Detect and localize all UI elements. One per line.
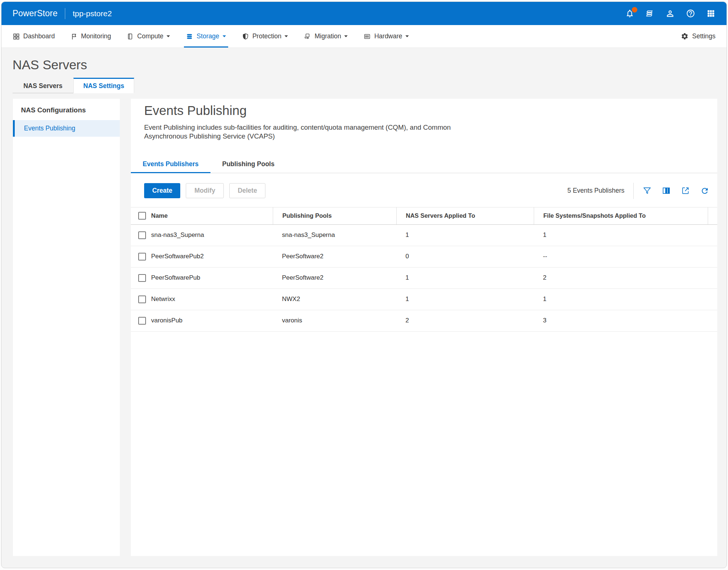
publishers-count: 5 Events Publishers [567, 187, 624, 195]
nav-item-compute[interactable]: Compute [126, 25, 170, 48]
user-button[interactable] [665, 9, 675, 18]
delete-button[interactable]: Delete [229, 183, 266, 198]
cell-file-systems: 1 [534, 231, 708, 239]
layers-icon [645, 9, 655, 18]
help-icon [686, 9, 695, 18]
events-publishing-panel: Events Publishing Event Publishing inclu… [131, 99, 717, 556]
jobs-button[interactable] [645, 9, 655, 18]
cell-nas-servers: 0 [396, 253, 534, 260]
cell-file-systems: 3 [534, 317, 708, 324]
nav-label: Monitoring [81, 32, 111, 40]
columns-button[interactable] [662, 186, 671, 195]
nav-item-hardware[interactable]: Hardware [363, 25, 409, 48]
refresh-button[interactable] [700, 186, 709, 195]
cell-nas-servers: 1 [396, 231, 534, 239]
table-row[interactable]: PeerSoftwarePub2 PeerSoftware2 0 -- [131, 246, 717, 267]
shield-icon [242, 33, 249, 40]
chevron-down-icon [284, 35, 288, 38]
filter-icon [642, 186, 652, 195]
cell-name: varonisPub [151, 317, 182, 324]
nav-item-dashboard[interactable]: Dashboard [13, 25, 55, 48]
nas-configurations-sidebar: NAS Configurations Events Publishing [13, 99, 120, 556]
help-button[interactable] [686, 9, 695, 18]
create-button[interactable]: Create [144, 183, 180, 198]
titlebar-divider [65, 8, 65, 19]
column-header-spacer [708, 207, 717, 224]
nav-label: Dashboard [23, 32, 55, 40]
nav-label: Migration [314, 32, 341, 40]
row-checkbox[interactable] [138, 317, 146, 325]
column-header-file-systems[interactable]: File Systems/Snapshots Applied To [534, 207, 708, 224]
brand-name: PowerStore [13, 8, 58, 18]
dashboard-icon [13, 33, 20, 40]
columns-icon [662, 186, 671, 195]
select-all-checkbox[interactable] [138, 212, 146, 220]
cell-publishing-pool: PeerSoftware2 [273, 253, 396, 260]
migration-icon [304, 33, 311, 40]
row-checkbox[interactable] [138, 296, 146, 303]
row-checkbox[interactable] [138, 274, 146, 282]
apps-grid-icon [706, 9, 715, 18]
column-header-name[interactable]: Name [151, 212, 168, 219]
page-title: NAS Servers [13, 57, 715, 72]
toolbar-divider [633, 183, 634, 199]
refresh-icon [700, 186, 709, 195]
nav-item-storage[interactable]: Storage [186, 25, 226, 48]
cell-name: PeerSoftwarePub [151, 274, 200, 281]
tab-publishing-pools[interactable]: Publishing Pools [210, 160, 286, 173]
sidebar-header: NAS Configurations [13, 99, 120, 120]
row-checkbox[interactable] [138, 253, 146, 260]
nav-item-monitoring[interactable]: Monitoring [70, 25, 111, 48]
toolbar: Create Modify Delete 5 Events Publishers [144, 183, 709, 199]
flag-icon [70, 33, 78, 40]
table-row[interactable]: varonisPub varonis 2 3 [131, 310, 717, 332]
filter-button[interactable] [642, 186, 652, 195]
chevron-down-icon [344, 35, 348, 38]
chevron-down-icon [405, 35, 409, 38]
nav-item-migration[interactable]: Migration [304, 25, 348, 48]
section-heading: Events Publishing [144, 103, 704, 118]
cell-file-systems: 2 [534, 274, 708, 281]
nav-label: Storage [196, 32, 219, 40]
cell-publishing-pool: varonis [273, 317, 396, 324]
chevron-down-icon [222, 35, 226, 38]
page-tabs: NAS Servers NAS Settings [13, 78, 727, 93]
notifications-button[interactable] [625, 9, 634, 18]
hardware-icon [363, 33, 371, 40]
title-bar: PowerStore tpp-pstore2 [1, 2, 727, 25]
table-header: Name Publishing Pools NAS Servers Applie… [131, 207, 717, 225]
row-checkbox[interactable] [138, 231, 146, 239]
export-button[interactable] [681, 186, 690, 195]
events-publishers-table: Name Publishing Pools NAS Servers Applie… [131, 207, 717, 332]
publisher-tabs: Events Publishers Publishing Pools [131, 160, 717, 173]
tab-nas-settings[interactable]: NAS Settings [73, 78, 134, 93]
tab-events-publishers[interactable]: Events Publishers [131, 160, 210, 173]
notification-badge [632, 7, 637, 13]
column-header-nas-servers[interactable]: NAS Servers Applied To [396, 207, 534, 224]
settings-button[interactable]: Settings [681, 32, 715, 40]
cell-name: PeerSoftwarePub2 [151, 253, 204, 260]
cell-name: Netwrixx [151, 296, 175, 303]
compute-icon [126, 33, 134, 40]
table-row[interactable]: Netwrixx NWX2 1 1 [131, 289, 717, 310]
cell-publishing-pool: sna-nas3_Superna [273, 231, 396, 239]
cell-name: sna-nas3_Superna [151, 231, 204, 239]
nav-label: Protection [252, 32, 282, 40]
table-row[interactable]: sna-nas3_Superna sna-nas3_Superna 1 1 [131, 225, 717, 246]
apps-button[interactable] [706, 9, 715, 18]
nav-item-protection[interactable]: Protection [242, 25, 289, 48]
main-navigation: Dashboard Monitoring Compute Storage Pro… [1, 25, 727, 48]
settings-label: Settings [692, 32, 715, 40]
cell-file-systems: 1 [534, 296, 708, 303]
sidebar-item-events-publishing[interactable]: Events Publishing [13, 120, 120, 137]
cluster-name: tpp-pstore2 [73, 9, 112, 18]
cell-nas-servers: 1 [396, 296, 534, 303]
column-header-publishing-pools[interactable]: Publishing Pools [273, 207, 396, 224]
cell-nas-servers: 1 [396, 274, 534, 281]
tab-nas-servers[interactable]: NAS Servers [13, 78, 73, 93]
app-window: PowerStore tpp-pstore2 Dashbo [1, 1, 727, 568]
export-icon [681, 186, 690, 195]
gear-icon [681, 32, 689, 40]
modify-button[interactable]: Modify [186, 183, 223, 198]
table-row[interactable]: PeerSoftwarePub PeerSoftware2 1 2 [131, 267, 717, 289]
